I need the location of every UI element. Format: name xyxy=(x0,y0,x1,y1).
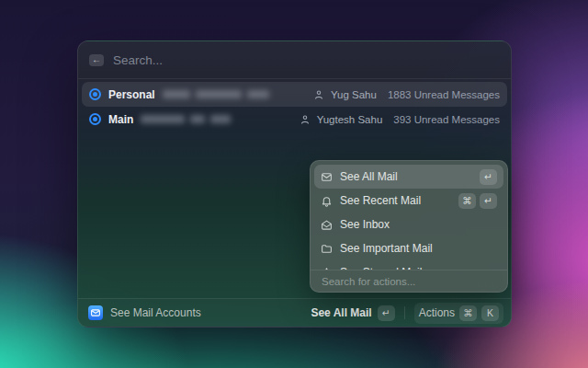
cmd-key-badge: ⌘ xyxy=(458,193,476,209)
star-icon xyxy=(321,267,333,270)
actions-search-input[interactable] xyxy=(322,276,496,287)
action-label: See Inbox xyxy=(340,218,390,231)
action-see-all-mail[interactable]: See All Mail ↵ xyxy=(314,165,503,189)
action-see-starred-mail[interactable]: See Starred Mail xyxy=(314,260,503,270)
mail-app-icon xyxy=(88,305,103,320)
redacted-email xyxy=(163,90,269,98)
footer-app-label: See Mail Accounts xyxy=(110,306,201,319)
person-icon xyxy=(300,114,311,125)
launcher-window: ← Personal Yug Sahu 1883 Unread Messages… xyxy=(77,40,512,328)
account-owner: Yugtesh Sahu xyxy=(317,114,383,125)
action-see-inbox[interactable]: See Inbox xyxy=(314,213,503,236)
search-input[interactable] xyxy=(113,53,500,67)
arrow-left-icon: ← xyxy=(92,55,101,64)
account-owner: Yug Sahu xyxy=(331,89,377,100)
person-icon xyxy=(313,89,324,100)
envelope-icon xyxy=(321,171,333,183)
cmd-key-badge: ⌘ xyxy=(459,305,477,321)
action-label: See Starred Mail xyxy=(340,266,422,270)
account-label: Main xyxy=(108,113,133,126)
account-ring-icon xyxy=(89,113,101,125)
account-row-personal[interactable]: Personal Yug Sahu 1883 Unread Messages xyxy=(82,82,507,107)
actions-menu-label: Actions xyxy=(419,306,455,319)
account-row-main[interactable]: Main Yugtesh Sahu 393 Unread Messages xyxy=(82,107,507,132)
footer-primary-action[interactable]: See All Mail xyxy=(311,306,371,319)
redacted-email xyxy=(141,115,231,123)
actions-search-row xyxy=(311,270,507,292)
return-key-badge: ↵ xyxy=(480,169,497,185)
footer-bar: See Mail Accounts See All Mail ↵ Actions… xyxy=(78,298,511,327)
actions-menu-button[interactable]: Actions ⌘ K xyxy=(414,303,503,324)
account-label: Personal xyxy=(108,88,155,101)
account-list: Personal Yug Sahu 1883 Unread Messages M… xyxy=(78,79,511,134)
unread-count: 393 Unread Messages xyxy=(393,114,500,125)
footer-divider xyxy=(404,306,405,319)
account-meta: Yugtesh Sahu 393 Unread Messages xyxy=(300,114,500,125)
action-label: See All Mail xyxy=(340,170,398,183)
folder-icon xyxy=(321,243,333,255)
search-bar: ← xyxy=(78,41,511,79)
account-ring-icon xyxy=(89,88,101,100)
k-key-badge: K xyxy=(481,305,499,321)
open-envelope-icon xyxy=(321,219,333,231)
back-button[interactable]: ← xyxy=(89,54,104,66)
return-key-badge: ↵ xyxy=(378,305,395,321)
actions-panel: See All Mail ↵ See Recent Mail ⌘ ↵ See I… xyxy=(310,160,508,293)
action-label: See Important Mail xyxy=(340,242,433,255)
actions-list: See All Mail ↵ See Recent Mail ⌘ ↵ See I… xyxy=(311,161,507,270)
action-label: See Recent Mail xyxy=(340,194,421,207)
unread-count: 1883 Unread Messages xyxy=(388,89,500,100)
account-meta: Yug Sahu 1883 Unread Messages xyxy=(313,89,500,100)
bell-icon xyxy=(321,195,333,207)
return-key-badge: ↵ xyxy=(480,193,497,209)
action-see-important-mail[interactable]: See Important Mail xyxy=(314,236,503,260)
action-see-recent-mail[interactable]: See Recent Mail ⌘ ↵ xyxy=(314,189,503,213)
